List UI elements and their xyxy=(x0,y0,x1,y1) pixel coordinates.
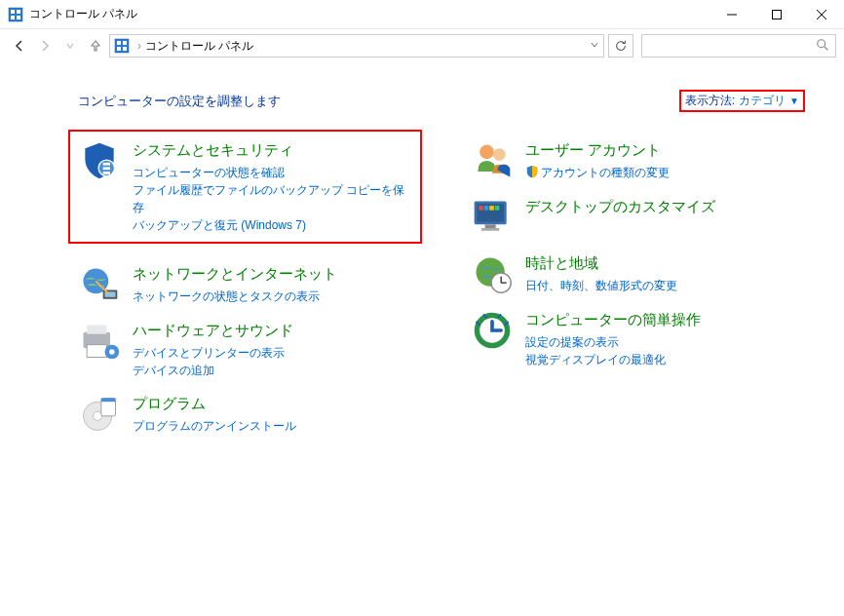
category-title[interactable]: システムとセキュリティ xyxy=(133,141,412,160)
svg-rect-2 xyxy=(17,10,20,14)
svg-rect-13 xyxy=(123,47,127,51)
control-panel-icon xyxy=(114,38,130,54)
svg-rect-18 xyxy=(103,167,110,170)
svg-rect-38 xyxy=(481,228,499,231)
address-dropdown-icon[interactable] xyxy=(590,39,599,53)
category-title[interactable]: ネットワークとインターネット xyxy=(133,265,337,284)
accessibility-icon xyxy=(471,309,514,352)
globe-network-icon xyxy=(78,263,121,306)
category-hardware: ハードウェアとサウンド デバイスとプリンターの表示 デバイスの追加 xyxy=(78,320,412,379)
svg-rect-1 xyxy=(11,10,15,14)
up-button[interactable] xyxy=(84,34,107,58)
view-by-selector[interactable]: 表示方法: カテゴリ ▼ xyxy=(679,90,805,112)
breadcrumb-item[interactable]: コントロール パネル xyxy=(145,38,253,55)
category-link[interactable]: 視覚ディスプレイの最適化 xyxy=(525,351,701,368)
category-title[interactable]: 時計と地域 xyxy=(525,254,677,273)
category-user-accounts: ユーザー アカウント アカウントの種類の変更 xyxy=(471,139,805,182)
back-button[interactable] xyxy=(8,34,31,58)
view-by-value: カテゴリ xyxy=(739,93,786,109)
svg-rect-32 xyxy=(101,399,116,403)
category-column-right: ユーザー アカウント アカウントの種類の変更 xyxy=(471,139,805,436)
category-link[interactable]: バックアップと復元 (Windows 7) xyxy=(133,216,412,234)
category-link[interactable]: ネットワークの状態とタスクの表示 xyxy=(133,288,337,305)
minimize-button[interactable] xyxy=(710,0,754,29)
shield-small-icon xyxy=(525,165,539,178)
view-by-label: 表示方法: xyxy=(685,93,735,109)
category-link[interactable]: デバイスの追加 xyxy=(133,362,293,379)
category-link[interactable]: デバイスとプリンターの表示 xyxy=(133,344,293,362)
breadcrumb-separator: › xyxy=(137,39,141,53)
chevron-down-icon: ▼ xyxy=(789,96,799,106)
category-link[interactable]: コンピューターの状態を確認 xyxy=(133,164,412,181)
category-link[interactable]: ファイル履歴でファイルのバックアップ コピーを保存 xyxy=(133,181,412,216)
forward-button[interactable] xyxy=(33,34,57,58)
svg-rect-3 xyxy=(11,16,15,19)
svg-point-33 xyxy=(480,145,494,160)
svg-point-34 xyxy=(493,148,506,161)
printer-icon xyxy=(78,320,121,363)
category-link[interactable]: プログラムのアンインストール xyxy=(133,417,296,435)
svg-point-14 xyxy=(818,39,825,47)
svg-rect-42 xyxy=(495,206,500,211)
category-programs: プログラム プログラムのアンインストール xyxy=(78,393,412,436)
svg-rect-11 xyxy=(123,41,127,45)
svg-rect-25 xyxy=(87,326,106,334)
search-icon xyxy=(816,38,829,55)
svg-line-15 xyxy=(825,46,828,50)
category-desktop-customize: デスクトップのカスタマイズ xyxy=(471,196,805,239)
close-button[interactable] xyxy=(799,0,844,29)
category-system-security: システムとセキュリティ コンピューターの状態を確認 ファイル履歴でファイルのバッ… xyxy=(78,139,412,234)
svg-rect-26 xyxy=(87,345,106,358)
svg-rect-37 xyxy=(485,224,496,228)
svg-rect-6 xyxy=(773,10,782,19)
category-network: ネットワークとインターネット ネットワークの状態とタスクの表示 xyxy=(78,263,412,306)
category-ease-of-access: コンピューターの簡単操作 設定の提案の表示 視覚ディスプレイの最適化 xyxy=(471,309,805,368)
title-bar: コントロール パネル xyxy=(0,0,844,29)
content-area: コンピューターの設定を調整します 表示方法: カテゴリ ▼ xyxy=(0,62,844,455)
category-title[interactable]: プログラム xyxy=(133,395,296,413)
category-clock-region: 時計と地域 日付、時刻、数値形式の変更 xyxy=(471,252,805,295)
category-title[interactable]: コンピューターの簡単操作 xyxy=(525,311,701,329)
svg-rect-39 xyxy=(479,206,483,211)
shield-icon xyxy=(78,139,121,182)
programs-icon xyxy=(78,393,121,436)
window-controls xyxy=(710,0,844,29)
maximize-button[interactable] xyxy=(754,0,799,29)
highlighted-category: システムとセキュリティ コンピューターの状態を確認 ファイル履歴でファイルのバッ… xyxy=(68,130,422,244)
category-title[interactable]: デスクトップのカスタマイズ xyxy=(525,198,715,216)
category-link[interactable]: アカウントの種類の変更 xyxy=(525,164,670,181)
svg-point-28 xyxy=(109,349,115,355)
svg-rect-40 xyxy=(484,206,489,211)
clock-globe-icon xyxy=(471,252,514,295)
monitor-palette-icon xyxy=(471,196,514,239)
category-title[interactable]: ユーザー アカウント xyxy=(525,141,670,160)
recent-locations-button[interactable] xyxy=(58,34,82,58)
svg-rect-4 xyxy=(17,16,20,19)
window-title: コントロール パネル xyxy=(29,6,710,22)
control-panel-icon xyxy=(8,7,23,22)
svg-rect-10 xyxy=(117,41,121,45)
navigation-bar: › コントロール パネル xyxy=(0,29,844,62)
category-link[interactable]: 設定の提案の表示 xyxy=(525,333,701,351)
search-input[interactable] xyxy=(641,34,836,58)
refresh-button[interactable] xyxy=(608,34,633,58)
svg-rect-12 xyxy=(117,47,121,51)
users-icon xyxy=(471,139,514,182)
category-column-left: システムとセキュリティ コンピューターの状態を確認 ファイル履歴でファイルのバッ… xyxy=(78,139,412,436)
address-bar[interactable]: › コントロール パネル xyxy=(109,34,604,58)
svg-rect-41 xyxy=(489,206,494,211)
svg-rect-17 xyxy=(103,163,110,166)
category-link[interactable]: 日付、時刻、数値形式の変更 xyxy=(525,277,677,294)
svg-rect-19 xyxy=(103,172,110,174)
category-title[interactable]: ハードウェアとサウンド xyxy=(133,322,293,340)
page-heading: コンピューターの設定を調整します xyxy=(78,93,281,110)
